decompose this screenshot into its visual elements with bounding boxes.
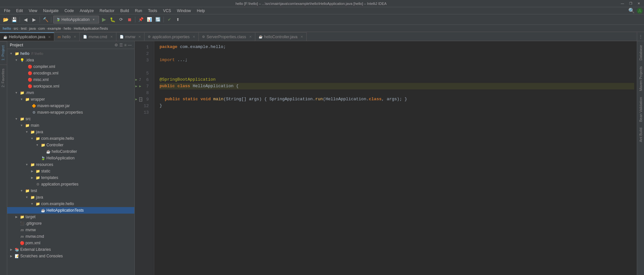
tree-item-idea[interactable]: ▼ 💡 .idea [7, 57, 134, 63]
tree-item-java-test[interactable]: ▼ 📁 java [7, 194, 134, 201]
tree-item-com-example-hello[interactable]: ▼ 📁 com.example.hello [7, 135, 134, 142]
tree-item-mvn[interactable]: ▼ 📁 .mvn [7, 89, 134, 96]
menu-code[interactable]: Code [62, 8, 76, 14]
search-icon[interactable]: 🔍 [627, 8, 636, 14]
sidebar-tab-favorites[interactable]: 2: Favorites [0, 64, 7, 91]
sidebar-tab-database[interactable]: Database [638, 42, 643, 63]
close-button[interactable]: ✕ [636, 2, 641, 5]
tab-close-button[interactable]: ✕ [110, 35, 113, 39]
toolbar-bookmark-button[interactable]: 📌 [137, 16, 144, 23]
run-gutter-icon-6b[interactable]: ⤴ [139, 78, 141, 82]
code-editor[interactable]: package com.example.hello; import ...; @… [154, 41, 637, 275]
project-header-layout-icon[interactable]: ☰ [119, 43, 123, 47]
tab-hellocontroller-java[interactable]: ☕ helloController.java ✕ [255, 32, 307, 41]
tab-close-button[interactable]: ✕ [300, 35, 303, 39]
tree-item-helloapplicationtests[interactable]: ▶ ☕ HelloApplicationTests [7, 207, 134, 214]
tree-item-target[interactable]: ▶ 📁 target [7, 214, 134, 220]
tree-item-maven-wrapper-jar[interactable]: ▶ 🔶 maven-wrapper.jar [7, 103, 134, 109]
tree-item-hello-root[interactable]: ▼ 📁 hello F:\hello [7, 50, 134, 57]
tree-item-application-properties[interactable]: ▶ ⚙ application.properties [7, 181, 134, 187]
bc-java[interactable]: java [29, 26, 36, 30]
tree-item-java-main[interactable]: ▼ 📁 java [7, 129, 134, 135]
menu-vcs[interactable]: VCS [161, 8, 174, 14]
toolbar-forward-button[interactable]: ▶ [30, 16, 38, 23]
tree-item-external-libraries[interactable]: ▶ 📚 External Libraries [7, 246, 134, 253]
tree-item-hellocontroller[interactable]: ▶ ☕ helloController [7, 148, 134, 155]
toolbar-diff-button[interactable]: 📊 [146, 16, 153, 23]
toolbar-build-button[interactable]: 🔨 [42, 16, 49, 23]
tab-close-button[interactable]: ✕ [138, 35, 141, 39]
toolbar-run-with-coverage-button[interactable]: ⟳ [117, 16, 125, 23]
tree-item-pom-xml[interactable]: ▶ 🔴 pom.xml [7, 240, 134, 246]
tab-close-button[interactable]: ✕ [193, 35, 195, 39]
tab-mvnw[interactable]: 📄 mvnw ✕ [116, 32, 144, 41]
tree-item-scratches[interactable]: ▶ 📝 Scratches and Consoles [7, 253, 134, 259]
run-gutter-icon-9a[interactable]: ▶ [135, 97, 137, 101]
tree-item-helloapplication[interactable]: ▶ 🍃 HelloApplication [7, 155, 134, 161]
bc-test[interactable]: test [21, 26, 27, 30]
tree-item-maven-wrapper-properties[interactable]: ▶ ⚙ maven-wrapper.properties [7, 109, 134, 116]
menu-navigate[interactable]: Navigate [41, 8, 61, 14]
tree-item-main[interactable]: ▼ 📁 main [7, 122, 134, 129]
sidebar-tab-bean-validation[interactable]: Bean Validation [638, 94, 643, 124]
tab-application-properties[interactable]: ⚙ application.properties ✕ [144, 32, 199, 41]
run-config-dropdown[interactable]: 🍃 HelloApplication ▼ [53, 16, 99, 24]
tree-item-com-example-hello-test[interactable]: ▼ 📁 com.example.hello [7, 201, 134, 207]
bc-helloapplicationtests[interactable]: HelloApplicationTests [74, 26, 108, 30]
tab-scroll-icon[interactable]: ⋮ [637, 32, 644, 41]
tab-close-button[interactable]: ✕ [48, 35, 51, 39]
menu-help[interactable]: Help [194, 8, 208, 14]
sidebar-tab-ant-build[interactable]: Ant Build [638, 125, 643, 145]
tree-item-resources[interactable]: ▼ 📁 resources [7, 161, 134, 168]
menu-refactor[interactable]: Refactor [97, 8, 117, 14]
tree-item-src[interactable]: ▼ 📁 src [7, 116, 134, 122]
toolbar-open-button[interactable]: 📂 [2, 16, 9, 23]
menu-window[interactable]: Window [174, 8, 194, 14]
tree-item-controller-dir[interactable]: ▼ 📁 Controller [7, 142, 134, 148]
run-gutter-icon-6a[interactable]: ▶ [135, 78, 137, 82]
toolbar-commit-button[interactable]: ✔ [166, 16, 173, 23]
bc-com[interactable]: com [38, 26, 45, 30]
tree-item-compiler-xml[interactable]: ▶ 🔴 compiler.xml [7, 63, 134, 70]
maximize-button[interactable]: ❐ [628, 2, 634, 5]
tree-item-mvnw-cmd-file[interactable]: ▶ m mvnw.cmd [7, 233, 134, 240]
project-header-cog-icon[interactable]: ⚙ [114, 43, 118, 47]
tree-item-gitignore[interactable]: ▶ ⬛ .gitignore [7, 220, 134, 227]
minimize-button[interactable]: — [619, 2, 625, 5]
run-gutter-icon-7a[interactable]: ▶ [135, 84, 137, 88]
tab-helloapplication-java[interactable]: ☕ HelloApplication.java ✕ [0, 32, 54, 41]
bc-hello[interactable]: hello [3, 26, 11, 30]
toolbar-save-button[interactable]: 💾 [10, 16, 18, 23]
sidebar-tab-maven[interactable]: Maven Projects [638, 64, 643, 94]
project-header-settings-icon[interactable]: ≡ [124, 43, 127, 47]
menu-view[interactable]: View [26, 8, 40, 14]
menu-edit[interactable]: Edit [13, 8, 25, 14]
tab-close-button[interactable]: ✕ [74, 35, 76, 39]
menu-analyze[interactable]: Analyze [77, 8, 96, 14]
bc-example[interactable]: example [47, 26, 61, 30]
tab-close-button[interactable]: ✕ [249, 35, 252, 39]
tree-item-mvnw-file[interactable]: ▶ m mvnw [7, 227, 134, 233]
tree-item-static[interactable]: ▶ 📁 static [7, 168, 134, 174]
toolbar-back-button[interactable]: ◀ [22, 16, 29, 23]
toolbar-push-button[interactable]: ⬆ [174, 16, 181, 23]
menu-build[interactable]: Build [118, 8, 132, 14]
tab-serverproperties-class[interactable]: ⚙ ServerProperties.class ✕ [199, 32, 255, 41]
tab-hello[interactable]: m hello ✕ [54, 32, 80, 41]
tree-item-templates[interactable]: ▶ 📁 templates [7, 174, 134, 181]
tree-item-misc-xml[interactable]: ▶ 🔴 misc.xml [7, 76, 134, 83]
tree-item-workspace-xml[interactable]: ▶ 🔴 workspace.xml [7, 83, 134, 89]
bc-src[interactable]: src [13, 26, 18, 30]
tree-item-encodings-xml[interactable]: ▶ 🔴 encodings.xml [7, 70, 134, 76]
sidebar-tab-project[interactable]: 1: Project [0, 41, 7, 64]
menu-file[interactable]: File [1, 8, 13, 14]
tab-mvnw-cmd[interactable]: 📄 mvnw.cmd ✕ [80, 32, 116, 41]
bookmark-gutter-icon-9b[interactable]: ◻ [139, 97, 142, 102]
run-gutter-icon-7b[interactable]: ▶ [139, 84, 141, 88]
menu-tools[interactable]: Tools [145, 8, 160, 14]
menu-run[interactable]: Run [132, 8, 145, 14]
toolbar-stop-button[interactable]: ⏹ [126, 16, 133, 23]
toolbar-debug-button[interactable]: 🐛 [109, 16, 116, 23]
tree-item-wrapper[interactable]: ▼ 📁 wrapper [7, 96, 134, 103]
tree-item-test[interactable]: ▼ 📁 test [7, 187, 134, 194]
